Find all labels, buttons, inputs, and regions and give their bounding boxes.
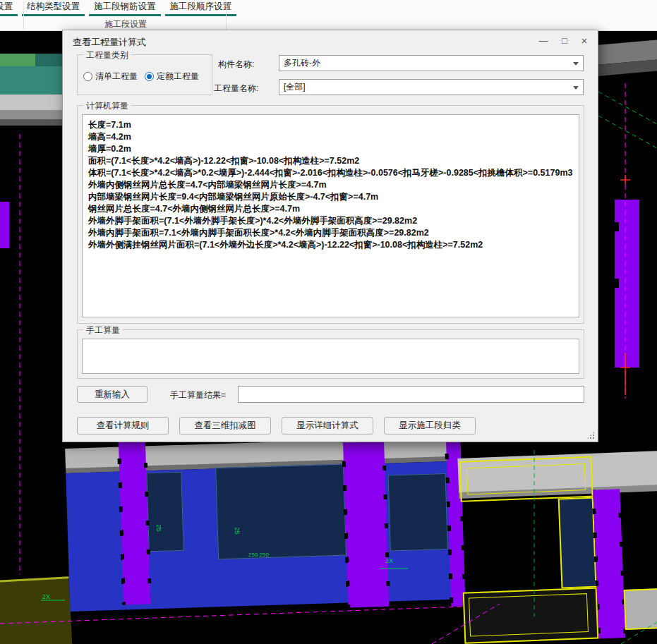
formula-line: 墙高=4.2m: [88, 131, 573, 143]
quantity-name-value: [全部]: [284, 82, 306, 92]
dimension-label: 25: [234, 527, 240, 534]
radio-label: 清单工程量: [95, 71, 138, 83]
formula-line: 钢丝网片总长度=4.7<外墙内侧钢丝网片总长度>=4.7m: [88, 203, 573, 215]
column-notch: [615, 222, 619, 231]
ribbon-toolbar: 设置 结构类型设置 施工段钢筋设置 施工段顺序设置 施工段设置: [0, 0, 657, 31]
view-3d-deduction-button[interactable]: 查看三维扣减图: [179, 417, 271, 435]
dialog-title: 查看工程量计算式: [73, 36, 146, 49]
group-label: 工程量类别: [83, 49, 131, 61]
dimension-label: 25: [155, 524, 162, 531]
quantity-formula-dialog: 查看工程量计算式 — □ × 工程量类别 清单工程量 定额工程量 构件名称: 多…: [62, 30, 598, 442]
formula-line: 长度=7.1m: [88, 119, 573, 131]
ribbon-item-settings-partial[interactable]: 设置: [0, 0, 18, 16]
scene-window-highlighted: [558, 497, 597, 589]
scene-column-left: [0, 202, 9, 248]
component-name-select[interactable]: 多孔砖-外: [279, 55, 584, 71]
toolbar-separator: [23, 1, 24, 30]
scene-slab-light: [0, 95, 65, 110]
resize-grip[interactable]: [586, 431, 595, 439]
radio-row: 清单工程量 定额工程量: [83, 71, 206, 83]
dimension-label: 2X: [385, 558, 393, 564]
manual-result-label: 手工算量结果=: [170, 389, 226, 401]
formula-line: 外墙外脚手架面积=(7.1<外墙外脚手架长度>)*4.2<外墙外脚手架面积高度>…: [88, 215, 573, 227]
view-calculation-rules-button[interactable]: 查看计算规则: [77, 417, 169, 435]
component-name-value: 多孔砖-外: [284, 58, 320, 68]
scene-slab-dark: [0, 119, 65, 126]
formula-line: 墙厚=0.2m: [88, 143, 573, 155]
formula-line: 面积=(7.1<长度>*4.2<墙高>)-12.22<扣窗>-10.08<扣构造…: [88, 155, 573, 167]
scene-slab-mid: [0, 110, 65, 119]
radio-circle-icon: [83, 72, 92, 81]
ribbon-group-label[interactable]: 施工段设置: [104, 18, 147, 30]
computer-calculation-area[interactable]: 长度=7.1m 墙高=4.2m 墙厚=0.2m 面积=(7.1<长度>*4.2<…: [82, 114, 579, 317]
scene-roof-teal-dark: [35, 54, 65, 68]
ribbon-items: 设置 结构类型设置 施工段钢筋设置 施工段顺序设置: [0, 0, 241, 16]
formula-line: 外墙外侧满挂钢丝网片面积=(7.1<外墙外边长度>*4.2<墙高>)-12.22…: [88, 239, 573, 251]
show-detailed-formula-button[interactable]: 显示详细计算式: [282, 417, 373, 435]
quantity-name-select[interactable]: [全部]: [279, 79, 584, 95]
application-window: 2X 250 250 2X 25 25 设置 结构类型设置 施工段钢筋设置 施工…: [0, 0, 657, 644]
minimize-button[interactable]: —: [534, 34, 553, 48]
formula-line: 体积=(7.1<长度>*4.2<墙高>*0.2<墙厚>)-2.444<扣窗>-2…: [88, 167, 573, 179]
scene-column-purple: [343, 442, 389, 608]
radio-quota-quantity[interactable]: 定额工程量: [145, 71, 199, 83]
scene-roof-green: [0, 54, 35, 68]
scene-slab-highlighted: [624, 588, 657, 630]
component-name-label: 构件名称:: [218, 59, 254, 71]
radio-list-quantity[interactable]: 清单工程量: [83, 71, 138, 83]
formula-line: 外墙内脚手架面积=7.1<外墙内脚手架面积长度>*4.2<外墙内脚手架面积高度>…: [88, 227, 573, 239]
maximize-button[interactable]: □: [555, 34, 574, 48]
reinput-button[interactable]: 重新输入: [77, 386, 147, 403]
scene-selection-outline: [466, 463, 586, 494]
ribbon-item-section-rebar[interactable]: 施工段钢筋设置: [89, 0, 161, 16]
scene-window: [215, 464, 346, 560]
manual-calculation-input-area[interactable]: [82, 339, 579, 374]
scene-floor-olive: [0, 576, 73, 644]
scene-building-left: [65, 433, 466, 621]
chevron-down-icon: [573, 62, 579, 66]
group-label: 计算机算量: [83, 100, 131, 112]
column-notch: [615, 279, 619, 288]
dimension-label: 2X: [42, 594, 50, 600]
scene-column-purple: [119, 439, 150, 604]
quantity-name-label: 工程量名称:: [214, 83, 258, 95]
computer-calculation-group: 计算机算量 长度=7.1m 墙高=4.2m 墙厚=0.2m 面积=(7.1<长度…: [77, 105, 584, 324]
manual-calculation-group: 手工算量: [77, 329, 584, 379]
scene-building-right: [457, 444, 657, 644]
manual-result-input[interactable]: [238, 386, 584, 403]
scene-selection-outline: [469, 593, 589, 636]
formula-line: 外墙内侧钢丝网片总长度=4.7<内部墙梁钢丝网片长度>=4.7m: [88, 179, 573, 191]
scene-roof-teal: [0, 66, 65, 95]
dimension-label: 250 250: [248, 552, 269, 558]
chevron-down-icon: [573, 86, 579, 90]
toolbar-separator: [226, 1, 227, 30]
formula-line: 内部墙梁钢丝网片长度=9.4<内部墙梁钢丝网片原始长度>-4.7<扣窗>=4.7…: [88, 191, 573, 203]
group-label: 手工算量: [83, 324, 123, 336]
show-section-classification-button[interactable]: 显示施工段归类: [384, 417, 476, 435]
scene-column-right: [615, 200, 639, 367]
quantity-category-group: 工程量类别 清单工程量 定额工程量: [77, 54, 212, 95]
ribbon-item-structure-type[interactable]: 结构类型设置: [22, 0, 85, 16]
close-button[interactable]: ×: [575, 34, 593, 48]
scene-window: [388, 473, 448, 552]
radio-circle-icon: [145, 72, 154, 81]
scene-window: [146, 472, 183, 552]
radio-label: 定额工程量: [157, 71, 199, 83]
